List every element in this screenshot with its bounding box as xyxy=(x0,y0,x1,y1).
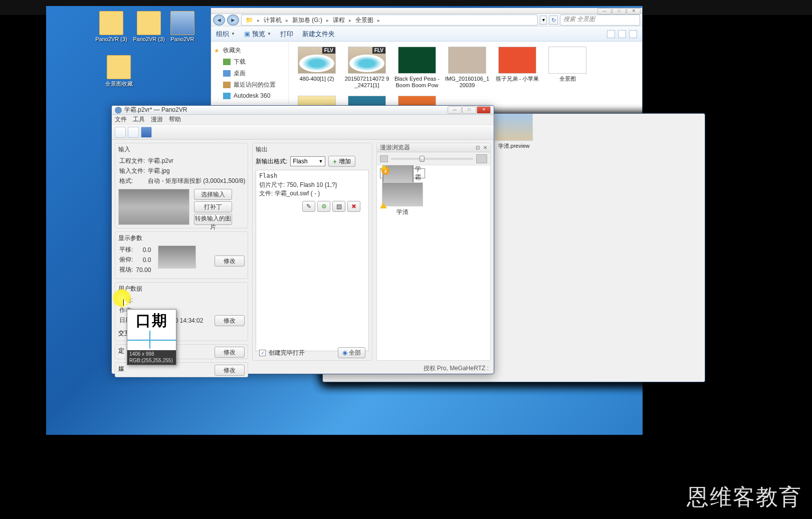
output-list[interactable]: Flash 切片尺寸: 750, Flash 10 {1,?} 文件: 学霸_o… xyxy=(256,170,369,351)
modify-media-button[interactable]: 修改 xyxy=(215,365,245,376)
file-item[interactable]: 筷子兄弟 - 小苹果 xyxy=(494,47,540,89)
tour-node[interactable]: 1 学霸 xyxy=(380,168,425,178)
patch-button[interactable]: 打补丁 xyxy=(194,201,232,212)
open-checkbox[interactable]: ✓ xyxy=(259,350,266,356)
warning-icon xyxy=(380,202,387,208)
minimize-button[interactable]: — xyxy=(448,106,462,114)
watermark: 恩维客教育 xyxy=(687,482,802,512)
tour-title: 漫游浏览器 xyxy=(380,143,410,152)
settings-icon[interactable]: ⚙ xyxy=(317,201,330,212)
tour-browser: 漫游浏览器 ⊡ ✕ 1 学霸 xyxy=(376,143,491,361)
nav-downloads[interactable]: 下载 xyxy=(213,56,286,68)
thumb-slider[interactable] xyxy=(377,152,490,165)
file-icon[interactable]: ▤ xyxy=(332,201,345,212)
nav-recent[interactable]: 最近访问的位置 xyxy=(213,79,286,91)
menu-file[interactable]: 文件 xyxy=(115,115,127,124)
modify-userdata-button[interactable]: 修改 xyxy=(215,315,245,326)
nav-fwd-button[interactable]: ► xyxy=(227,15,239,26)
explorer-titlebar[interactable]: — □ ✕ xyxy=(211,8,642,14)
open-label: 创建完毕打开 xyxy=(269,349,305,357)
maximize-button[interactable]: □ xyxy=(612,8,626,15)
add-output-button[interactable]: +增加 xyxy=(328,156,355,167)
display-group: 显示参数 平移:0.0 俯仰:0.0 视场:70.00 修改 xyxy=(115,231,248,279)
preview-button[interactable]: ▣预览▼ xyxy=(244,30,271,39)
toolbar xyxy=(112,125,494,140)
save-icon[interactable] xyxy=(141,127,152,138)
input-thumbnail xyxy=(118,189,189,225)
tour-node[interactable]: 学渣 xyxy=(380,182,425,216)
explorer-toolbar: 组织▼ ▣预览▼ 打印 新建文件夹 xyxy=(211,27,642,42)
pano-statusbar: 授权 Pro, MeGaHeRTZ : xyxy=(424,364,489,373)
newfolder-button[interactable]: 新建文件夹 xyxy=(302,30,335,39)
minimize-button[interactable]: — xyxy=(597,8,612,15)
select-input-button[interactable]: 选择输入 xyxy=(194,189,232,200)
menubar: 文件 工具 漫游 帮助 xyxy=(112,115,494,125)
refresh-button[interactable]: ↻ xyxy=(549,16,558,25)
desktop-icon[interactable]: Pano2VR (3) xyxy=(131,11,166,42)
output-group: 输出 新输出格式: Flash▼ +增加 Flash 切片尺寸: 750, Fl… xyxy=(252,143,372,361)
dropdown-button[interactable]: ▾ xyxy=(540,16,547,25)
nav-back-button[interactable]: ◄ xyxy=(213,15,225,26)
desktop-icon[interactable]: Pano2VR (3) xyxy=(94,11,129,42)
window-title: 学霸.p2vr* — Pano2VR xyxy=(124,106,187,114)
nav-a360[interactable]: Autodesk 360 xyxy=(213,91,286,101)
file-item[interactable]: FLV480-400[1] (2) xyxy=(294,47,340,89)
menu-help[interactable]: 帮助 xyxy=(169,115,181,124)
small-thumb-icon xyxy=(380,155,388,162)
close-icon[interactable]: ✕ xyxy=(483,145,487,150)
pane-button[interactable] xyxy=(618,30,626,38)
nav-favorites[interactable]: ★收藏夹 xyxy=(213,45,286,56)
desktop-icon[interactable]: Pano2VR xyxy=(165,11,200,42)
large-thumb-icon xyxy=(476,154,487,163)
nav-desktop[interactable]: 桌面 xyxy=(213,68,286,79)
breadcrumb[interactable]: 📁 ▸计算机 ▸新加卷 (G:) ▸课程 ▸全景图 ▸ xyxy=(241,15,538,26)
modify-display-button[interactable]: 修改 xyxy=(215,255,245,267)
pin-icon[interactable]: ⊡ xyxy=(476,145,480,150)
file-item[interactable]: FLV2015072114072 9_24271[1] xyxy=(344,47,390,89)
file-item[interactable]: IMG_20160106_120039 xyxy=(444,47,490,89)
organize-button[interactable]: 组织▼ xyxy=(216,30,235,39)
open-icon[interactable] xyxy=(128,127,139,138)
file-item[interactable]: 全景图 xyxy=(544,47,590,89)
view-button[interactable] xyxy=(607,30,615,38)
display-thumbnail xyxy=(158,245,196,269)
delete-icon[interactable]: ✖ xyxy=(347,201,360,212)
help-button[interactable] xyxy=(629,30,637,38)
file-item[interactable]: Black Eyed Peas - Boom Boom Pow xyxy=(394,47,440,89)
new-icon[interactable] xyxy=(115,127,126,138)
zoom-lens: 口期 1406 x 998 RGB:(255,255,255) xyxy=(127,309,176,365)
edit-icon[interactable]: ✎ xyxy=(302,201,315,212)
input-group: 输入 工程文件:学霸.p2vr 输入文件:学霸.jpg 格式:自动 - 矩形球面… xyxy=(115,143,248,228)
convert-button[interactable]: 转换输入的图片 xyxy=(194,214,232,225)
pano-titlebar[interactable]: 学霸.p2vr* — Pano2VR — □ ✕ xyxy=(112,106,494,115)
all-button[interactable]: ◉全部 xyxy=(338,347,365,358)
modify-hotspot-button[interactable]: 修改 xyxy=(215,347,245,358)
close-button[interactable]: ✕ xyxy=(627,8,641,15)
close-button[interactable]: ✕ xyxy=(477,106,491,114)
maximize-button[interactable]: □ xyxy=(462,106,476,114)
format-select[interactable]: Flash▼ xyxy=(290,156,325,166)
menu-tools[interactable]: 工具 xyxy=(133,115,145,124)
search-input[interactable]: 搜索 全景图 xyxy=(560,15,640,26)
desktop-icon[interactable]: 全景图收藏 xyxy=(101,55,136,88)
print-button[interactable]: 打印 xyxy=(280,30,293,39)
menu-tour[interactable]: 漫游 xyxy=(151,115,163,124)
app-icon xyxy=(115,107,122,114)
newfmt-label: 新输出格式: xyxy=(256,157,287,166)
warning-icon xyxy=(380,165,387,170)
